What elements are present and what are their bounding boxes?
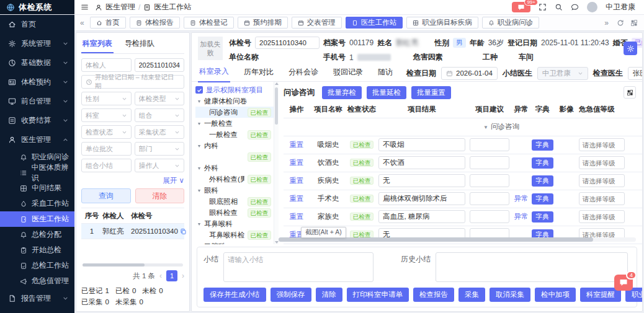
sidebar-item-start-general-check[interactable]: 开始总检 <box>0 242 74 258</box>
suggestion-input[interactable] <box>470 192 510 205</box>
show-authorized-checkbox[interactable] <box>195 86 203 94</box>
breadcrumb-section[interactable]: 医生管理 <box>105 2 135 12</box>
batch-abandon-button[interactable]: 批量弃检 <box>322 86 362 99</box>
operator-select[interactable]: 操作人 <box>135 159 185 172</box>
refresh-icon[interactable] <box>617 19 624 27</box>
query-button[interactable]: 查询 <box>81 188 131 203</box>
clear-button[interactable]: 清除 <box>135 188 185 203</box>
search-icon[interactable] <box>555 3 563 11</box>
dept-chat-button[interactable]: 4 <box>614 275 633 291</box>
clear-button[interactable]: 清除 <box>316 288 342 302</box>
tree-item[interactable]: 已检查 <box>195 151 274 162</box>
tree-group[interactable]: ▼外科 <box>195 162 274 174</box>
reset-link[interactable]: 重置 <box>290 195 304 202</box>
tree-vertical-scrollbar[interactable] <box>274 82 279 244</box>
critical-level-select[interactable] <box>579 210 625 223</box>
abnormal-link[interactable]: 异常 <box>514 195 529 202</box>
gender-select[interactable]: 性别 <box>81 92 132 105</box>
tree-group[interactable]: ▼一般检查 <box>195 118 274 129</box>
tree-item[interactable]: 眼底照相已检查 <box>195 196 274 207</box>
dictionary-button[interactable]: 字典 <box>532 175 553 187</box>
reset-link[interactable]: 重置 <box>290 177 304 184</box>
summary-doctor-select[interactable]: 中卫君康 <box>537 67 588 80</box>
query-horizontal-scrollbar[interactable] <box>83 263 183 267</box>
exam-no-input[interactable] <box>135 58 185 72</box>
sidebar-item-home[interactable]: 首页 <box>0 15 74 34</box>
suggestion-input[interactable] <box>470 156 510 169</box>
tab-guide-queue[interactable]: 导检排队 <box>123 37 156 53</box>
batch-reset-button[interactable]: 批量重置 <box>411 86 451 99</box>
reset-link[interactable]: 重置 <box>290 213 304 220</box>
collect-button[interactable]: 采集 <box>458 288 485 302</box>
settings-button[interactable] <box>624 42 637 55</box>
tree-item[interactable]: 外科检查(男)已检查 <box>195 174 274 185</box>
grid-layout-toggle[interactable] <box>624 86 636 99</box>
summary-textarea[interactable] <box>223 252 373 282</box>
suggestion-input[interactable] <box>470 210 510 223</box>
sidebar-item-billing[interactable]: 收费结算 <box>0 111 74 130</box>
critical-level-select[interactable] <box>579 156 625 169</box>
sidebar-item-appointment[interactable]: 体检预约 <box>0 73 74 92</box>
batch-postpone-button[interactable]: 批量延检 <box>367 86 406 99</box>
grid-horizontal-scrollbar[interactable] <box>279 237 636 242</box>
sidebar-item-base-data[interactable]: 基础数据 <box>0 53 74 73</box>
tree-group[interactable]: ▼健康体检问卷 <box>195 95 274 107</box>
cancel-collect-button[interactable]: 取消采集 <box>490 288 530 302</box>
combo-summary-input[interactable] <box>81 159 132 172</box>
result-input[interactable] <box>378 192 465 205</box>
fullscreen-icon[interactable] <box>539 3 547 11</box>
layout-grid-icon[interactable] <box>630 19 638 27</box>
tab-reject-records[interactable]: 驳回记录 <box>332 64 364 82</box>
tab-dept-list[interactable]: 科室列表 <box>81 37 114 53</box>
tab-occupational-inquiry[interactable]: 职业病问诊 <box>482 17 540 29</box>
sidebar-item-critical-value-management[interactable]: 危急值管理 <box>0 273 74 289</box>
patient-exam-no-input[interactable] <box>255 37 320 49</box>
dictionary-button[interactable]: 字典 <box>532 193 553 205</box>
tab-home[interactable]: 首页 <box>90 17 126 29</box>
pagination-prev[interactable]: ‹ <box>159 271 162 280</box>
tab-dept-entry[interactable]: 科室录入 <box>198 64 230 82</box>
check-report-button[interactable]: 检查报告 <box>413 288 454 302</box>
tab-doctor-workstation[interactable]: 医生工作站 <box>346 17 403 29</box>
check-doctor-select[interactable]: 张医生 <box>628 67 643 80</box>
tab-exam-report[interactable]: 体检报告 <box>130 17 180 29</box>
tree-item[interactable]: 眼科检查已检查 <box>195 207 274 218</box>
sidebar-item-general-check-workstation[interactable]: 总检工作站 <box>0 258 74 273</box>
tree-group[interactable]: ▼内科 <box>195 140 274 151</box>
tree-group[interactable]: ▼口腔科 <box>195 240 274 244</box>
examinee-row[interactable]: 1 郭红亮 202511010340 <box>81 224 184 239</box>
tab-history-compare[interactable]: 历年对比 <box>243 64 275 82</box>
registration-date-range[interactable]: 开始登记日期 – 结束登记日期 <box>81 75 184 89</box>
hamburger-icon[interactable] <box>81 3 89 11</box>
expand-filters-link[interactable]: 展开 ∨ <box>81 176 184 185</box>
reset-link[interactable]: 重置 <box>290 141 304 148</box>
dictionary-button[interactable]: 字典 <box>532 211 553 223</box>
tabs-scroll-right[interactable]: » <box>602 19 610 27</box>
tree-group[interactable]: ▼眼科 <box>195 185 274 196</box>
check-date-input[interactable]: 2026-01-04 <box>441 67 498 80</box>
result-input[interactable] <box>378 210 465 223</box>
pagination-next[interactable]: › <box>182 271 184 280</box>
user-avatar[interactable] <box>587 2 597 12</box>
tab-exam-registration[interactable]: 体检登记 <box>184 17 234 29</box>
combo-select[interactable]: 组合 <box>135 108 185 122</box>
tab-follow-up[interactable]: 随访 <box>377 64 394 82</box>
group-row[interactable]: ▼问诊咨询 <box>284 118 642 136</box>
dictionary-button[interactable]: 字典 <box>532 139 553 151</box>
unit-batch-input[interactable] <box>81 142 132 156</box>
critical-level-select[interactable] <box>579 192 625 205</box>
tree-item[interactable]: 问诊咨询已检查 <box>195 107 274 118</box>
collect-status-select[interactable]: 采集状态 <box>135 125 185 139</box>
pagination-page-1[interactable]: 1 <box>166 270 177 281</box>
copy-icon[interactable] <box>180 228 187 235</box>
result-input[interactable] <box>378 156 465 169</box>
sidebar-item-doctor-management[interactable]: 医生管理 <box>0 130 74 149</box>
tab-dept-consultation[interactable]: 分科会诊 <box>287 64 320 82</box>
print-dept-request-button[interactable]: 打印科室申请单 <box>347 288 409 302</box>
critical-level-select[interactable] <box>579 138 625 151</box>
sidebar-item-report-management[interactable]: 报告管理 <box>0 289 74 308</box>
abnormal-link[interactable]: 异常 <box>514 213 529 220</box>
tab-occupational-target-disease[interactable]: 职业病目标疾病 <box>406 17 478 29</box>
tabs-scroll-left[interactable]: « <box>78 19 86 27</box>
examinee-input[interactable] <box>81 58 132 72</box>
